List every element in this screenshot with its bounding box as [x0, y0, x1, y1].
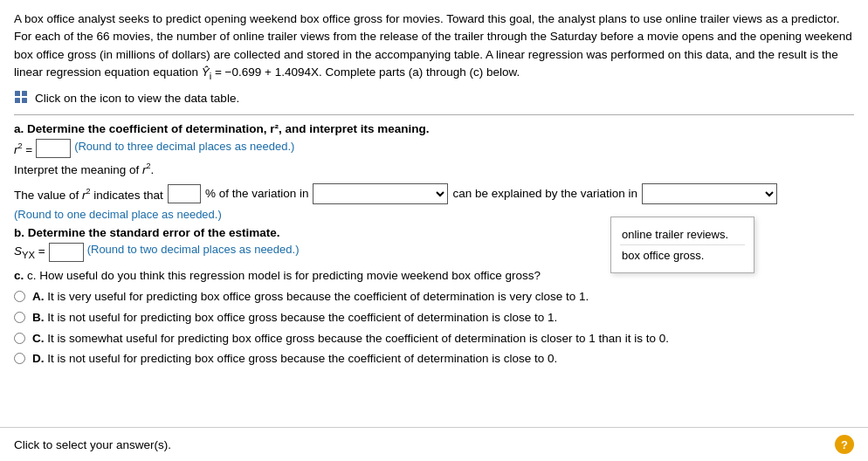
option-a[interactable]: A. It is very useful for predicting box … — [14, 289, 854, 306]
variation-line: The value of r2 indicates that % of the … — [14, 183, 854, 204]
option-d-text: D. It is not useful for predicting box o… — [32, 351, 557, 368]
data-table-link[interactable]: Click on the icon to view the data table… — [14, 90, 854, 106]
svg-rect-0 — [15, 91, 20, 96]
help-button[interactable]: ? — [835, 435, 854, 454]
tooltip-option-1[interactable]: online trailer reviews. — [620, 224, 745, 245]
option-c-text: C. It is somewhat useful for predicting … — [32, 331, 669, 347]
tooltip-option-2[interactable]: box office gross. — [620, 245, 745, 265]
svg-rect-3 — [22, 98, 27, 103]
r2-line: r2 = (Round to three decimal places as n… — [14, 139, 854, 158]
option-b[interactable]: B. It is not useful for predicting box o… — [14, 310, 854, 327]
syx-label: SYX = — [14, 244, 45, 260]
part-c-section: c. c. How useful do you think this regre… — [14, 269, 854, 368]
variation-percent-input[interactable] — [168, 184, 201, 203]
r2-input[interactable] — [36, 139, 71, 158]
part-c-text: c. How useful do you think this regressi… — [27, 269, 541, 282]
variation-dropdown-1[interactable]: online trailer reviews. box office gross… — [313, 183, 448, 204]
radio-d[interactable] — [14, 353, 25, 364]
click-to-select-label: Click to select your answer(s). — [14, 438, 171, 451]
option-c[interactable]: C. It is somewhat useful for predicting … — [14, 331, 854, 347]
data-table-label: Click on the icon to view the data table… — [35, 92, 239, 105]
option-d[interactable]: D. It is not useful for predicting box o… — [14, 351, 854, 368]
radio-b[interactable] — [14, 312, 25, 323]
interpret-meaning-label: Interpret the meaning of r2. — [14, 162, 854, 176]
syx-hint: (Round to two decimal places as needed.) — [87, 243, 300, 256]
variation-middle: % of the variation in — [205, 187, 309, 200]
variation-dropdown-2[interactable]: online trailer reviews. box office gross… — [642, 183, 777, 204]
bottom-bar: Click to select your answer(s). ? — [0, 427, 868, 461]
r2-prefix: r2 = — [14, 141, 32, 156]
svg-rect-2 — [15, 98, 20, 103]
syx-input[interactable] — [49, 243, 84, 262]
r2-hint: (Round to three decimal places as needed… — [74, 140, 294, 153]
dropdown-tooltip: online trailer reviews. box office gross… — [610, 217, 754, 273]
part-a-section: a. Determine the coefficient of determin… — [14, 122, 854, 221]
variation-prefix: The value of r2 indicates that — [14, 187, 163, 202]
divider-1 — [14, 114, 854, 115]
equation-inline: equation Ŷi = −0.699 + 1.4094X. Complete… — [153, 65, 520, 79]
variation-suffix: can be explained by the variation in — [452, 187, 637, 200]
option-b-text: B. It is not useful for predicting box o… — [32, 310, 557, 327]
svg-rect-1 — [22, 91, 27, 96]
option-a-text: A. It is very useful for predicting box … — [32, 289, 589, 306]
grid-icon — [14, 90, 30, 106]
problem-text: A box office analyst seeks to predict op… — [14, 10, 854, 83]
radio-c[interactable] — [14, 333, 25, 344]
part-a-label: a. Determine the coefficient of determin… — [14, 122, 854, 135]
radio-a[interactable] — [14, 291, 25, 302]
part-c-bold: c. — [14, 269, 24, 282]
